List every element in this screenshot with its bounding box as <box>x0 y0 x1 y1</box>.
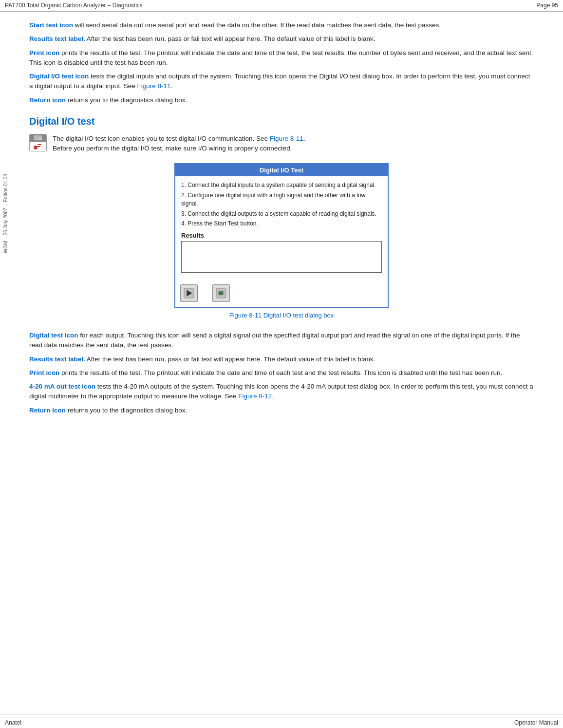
note-icon-svg <box>34 135 42 141</box>
dialog-instruction-1: 1. Connect the digital inputs to a syste… <box>181 181 382 189</box>
start-test-button[interactable] <box>180 284 198 302</box>
note-text-2: . <box>303 135 305 142</box>
dialog-body: 1. Connect the digital inputs to a syste… <box>175 176 388 282</box>
term-420: 4-20 mA out test icon <box>29 383 95 390</box>
term-return-1: Return icon <box>29 96 66 104</box>
para-print-1-text: prints the results of the test. The prin… <box>29 49 533 66</box>
para-digital-test: Digital test icon for each output. Touch… <box>29 331 534 351</box>
dialog-box: Digital I/O Test 1. Connect the digital … <box>174 163 389 308</box>
link-figure-8-12[interactable]: Figure 8-12 <box>238 392 272 400</box>
note-text-3: Before you perform the digital I/O test,… <box>53 145 292 152</box>
para-results-2-text: After the test has been run, pass or fai… <box>85 355 375 363</box>
figure-container: Digital I/O Test 1. Connect the digital … <box>29 163 534 319</box>
para-digital-io-1-text: tests the digital inputs and outputs of … <box>29 73 530 90</box>
para-start-test: Start test icon will send serial data ou… <box>29 20 534 30</box>
para-results-label-2: Results text label. After the test has b… <box>29 355 534 364</box>
section-heading: Digital I/O test <box>29 116 534 127</box>
results-text-box <box>181 241 382 273</box>
dialog-instruction-4: 4. Press the Start Test button. <box>181 220 382 228</box>
para-print-2-text: prints the results of the test. The prin… <box>59 369 502 376</box>
header-right: Page 95 <box>536 2 558 9</box>
header-left: PAT700 Total Organic Carbon Analyzer – D… <box>5 2 143 9</box>
para-return-1: Return icon returns you to the diagnosti… <box>29 95 534 105</box>
note-icon <box>29 134 47 151</box>
note-text: The digital I/O test icon enables you to… <box>53 134 305 154</box>
note-text-1: The digital I/O test icon enables you to… <box>53 135 270 142</box>
term-results-2: Results text label. <box>29 355 85 363</box>
para-print-1: Print icon prints the results of the tes… <box>29 48 534 68</box>
para-return-2-text: returns you to the diagnostics dialog bo… <box>66 407 187 414</box>
main-content: Start test icon will send serial data ou… <box>0 12 563 448</box>
note-icon-bottom <box>30 142 46 151</box>
term-print-1: Print icon <box>29 49 59 56</box>
note-icon-bottom-svg <box>33 142 43 150</box>
start-test-icon-svg <box>184 288 194 299</box>
side-label: WGM – 26 July 2007 – Edition 01.04 <box>3 58 8 253</box>
para-results-1-text: After the test has been run, pass or fai… <box>85 35 375 42</box>
return-button[interactable] <box>212 284 230 302</box>
para-return-2: Return icon returns you to the diagnosti… <box>29 406 534 415</box>
dialog-instruction-2: 2. Configure one digital input with a hi… <box>181 191 382 208</box>
return-icon-svg <box>216 288 226 299</box>
results-section-label: Results <box>181 232 382 239</box>
note-link-1[interactable]: Figure 8-11 <box>270 135 303 142</box>
para-print-2: Print icon prints the results of the tes… <box>29 368 534 378</box>
svg-point-3 <box>34 146 38 149</box>
dialog-instruction-3: 3. Connect the digital outputs to a syst… <box>181 210 382 218</box>
para-420: 4-20 mA out test icon tests the 4-20 mA … <box>29 382 534 402</box>
dialog-title-bar: Digital I/O Test <box>175 164 388 176</box>
footer-right: Operator Manual <box>514 719 558 726</box>
para-start-test-text: will send serial data out one serial por… <box>73 21 441 29</box>
term-start-test: Start test icon <box>29 21 73 29</box>
para-digital-io-1: Digital I/O test icon tests the digital … <box>29 72 534 92</box>
para-results-label-1: Results text label. After the test has b… <box>29 34 534 44</box>
term-digital-test: Digital test icon <box>29 332 78 339</box>
footer-left: Anatel <box>5 719 21 726</box>
note-box: The digital I/O test icon enables you to… <box>29 134 534 154</box>
bottom-bar: Anatel Operator Manual <box>0 717 563 728</box>
term-return-2: Return icon <box>29 407 66 414</box>
term-digital-io-1: Digital I/O test icon <box>29 73 89 80</box>
para-420-text: tests the 4-20 mA outputs of the system.… <box>29 383 533 400</box>
term-results-1: Results text label. <box>29 35 85 42</box>
para-return-1-text: returns you to the diagnostics dialog bo… <box>66 96 187 104</box>
svg-rect-0 <box>34 135 42 140</box>
para-digital-test-text: for each output. Touching this icon will… <box>29 332 520 349</box>
note-icon-top <box>30 134 46 142</box>
term-print-2: Print icon <box>29 369 59 376</box>
link-figure-8-11-a[interactable]: Figure 8-11 <box>137 82 170 90</box>
figure-caption: Figure 8-11 Digital I/O test dialog box <box>229 312 334 319</box>
dialog-buttons <box>175 282 388 307</box>
top-bar: PAT700 Total Organic Carbon Analyzer – D… <box>0 0 563 11</box>
bottom-divider <box>0 714 563 714</box>
svg-rect-5 <box>38 146 40 147</box>
svg-rect-4 <box>38 144 41 145</box>
